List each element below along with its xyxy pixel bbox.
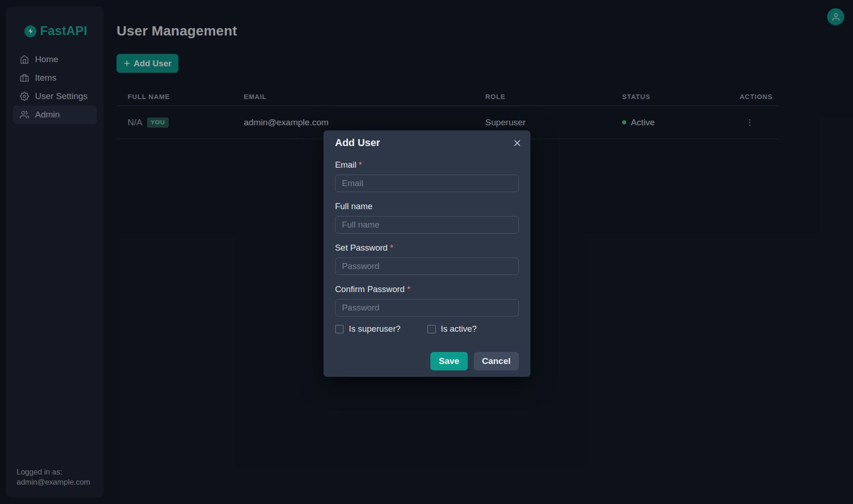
required-asterisk: *: [390, 243, 393, 252]
full-name-input[interactable]: [335, 216, 519, 234]
is-active-label: Is active?: [441, 324, 477, 334]
modal-title: Add User: [335, 136, 519, 150]
confirm-password-input[interactable]: [335, 299, 519, 316]
required-asterisk: *: [407, 284, 410, 294]
checkbox-row: Is superuser? Is active?: [335, 324, 519, 334]
modal-actions: Save Cancel: [335, 352, 519, 370]
cancel-button[interactable]: Cancel: [474, 352, 519, 370]
is-active-checkbox[interactable]: Is active?: [427, 324, 519, 334]
is-superuser-checkbox[interactable]: Is superuser?: [335, 324, 427, 334]
set-password-field-group: Set Password*: [335, 243, 519, 275]
set-password-label: Set Password*: [335, 243, 519, 253]
email-input[interactable]: [335, 175, 519, 192]
checkbox-unchecked-icon: [427, 325, 436, 334]
save-button[interactable]: Save: [430, 352, 467, 370]
required-asterisk: *: [359, 160, 362, 170]
full-name-label: Full name: [335, 201, 519, 211]
add-user-modal: Add User Email* Full name Set Password* …: [324, 130, 530, 377]
full-name-field-group: Full name: [335, 201, 519, 234]
confirm-password-label: Confirm Password*: [335, 284, 519, 294]
modal-close-button[interactable]: [510, 136, 524, 150]
email-field-group: Email*: [335, 160, 519, 192]
is-superuser-label: Is superuser?: [349, 324, 400, 334]
checkbox-unchecked-icon: [335, 325, 344, 334]
email-label: Email*: [335, 160, 519, 170]
confirm-password-field-group: Confirm Password*: [335, 284, 519, 316]
close-icon: [513, 139, 522, 147]
set-password-input[interactable]: [335, 258, 519, 275]
